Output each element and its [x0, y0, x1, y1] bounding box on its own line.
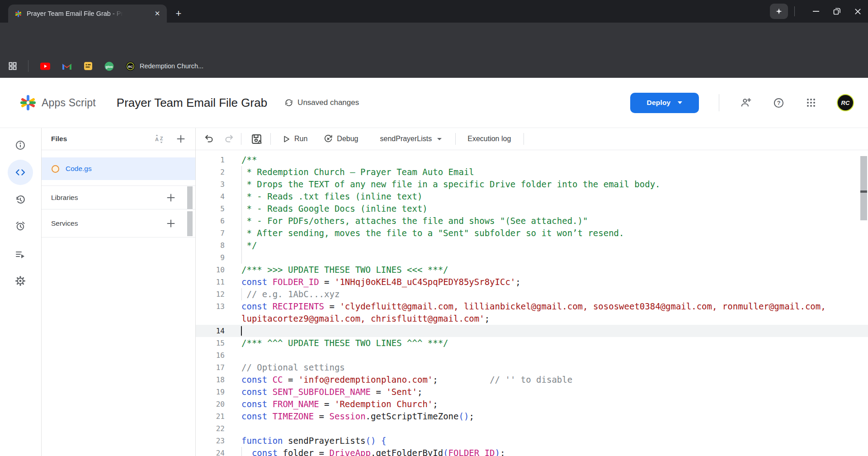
run-button[interactable]: Run: [283, 135, 307, 143]
code-line[interactable]: 17// Optional settings: [196, 361, 868, 374]
line-number[interactable]: 2: [196, 166, 225, 178]
tab-close-icon[interactable]: ✕: [152, 9, 162, 19]
libraries-section[interactable]: Libraries: [42, 185, 195, 209]
code-line[interactable]: 7 * After sending, moves the file to a "…: [196, 227, 868, 239]
code-line[interactable]: 15/*** ^^^ UPDATE THESE TWO LINES ^^^ **…: [196, 337, 868, 349]
browser-tab[interactable]: Prayer Team Email File Grab - Pr ✕: [8, 5, 167, 23]
minimize-button[interactable]: [806, 0, 826, 23]
sparkle-button[interactable]: [770, 4, 788, 19]
editor-toolbar: Run Debug sendPrayerLists Execution log: [196, 128, 868, 150]
add-service-icon[interactable]: [166, 219, 175, 228]
line-number[interactable]: 9: [196, 252, 225, 264]
code-line[interactable]: 19const SENT_SUBFOLDER_NAME = 'Sent';: [196, 386, 868, 398]
editor-scrollbar-marker: [860, 190, 867, 193]
bookmark-notes[interactable]: [84, 62, 93, 71]
services-section[interactable]: Services: [42, 209, 195, 238]
code-token: /**: [241, 155, 257, 165]
apps-script-logo-icon[interactable]: [19, 94, 37, 112]
function-selector[interactable]: sendPrayerLists: [380, 135, 442, 143]
line-number[interactable]: 24: [196, 447, 225, 456]
code-editor-icon[interactable]: [15, 167, 26, 178]
code-line[interactable]: 6 * - For PDFs/others, attaches the file…: [196, 215, 868, 227]
code-line[interactable]: 4 * - Reads .txt files (inline text): [196, 190, 868, 203]
code-line[interactable]: 23function sendPrayerLists() {: [196, 435, 868, 447]
help-icon[interactable]: ?: [773, 97, 784, 109]
undo-icon[interactable]: [204, 133, 215, 144]
code-line[interactable]: 9: [196, 252, 868, 264]
triggers-icon[interactable]: [15, 221, 26, 232]
code-line[interactable]: 22: [196, 423, 868, 435]
file-item-codegs[interactable]: Code.gs: [42, 157, 195, 180]
sort-az-icon[interactable]: A Z: [154, 134, 165, 144]
line-number[interactable]: 11: [196, 276, 225, 288]
code-line[interactable]: 8 */: [196, 239, 868, 252]
line-number[interactable]: 4: [196, 190, 225, 203]
editor-scrollbar[interactable]: [860, 156, 867, 220]
line-number[interactable]: 12: [196, 288, 225, 300]
libraries-scrollbar[interactable]: [187, 186, 193, 209]
deploy-button[interactable]: Deploy: [630, 93, 699, 113]
code-lines: 1/**2 * Redemption Church — Prayer Team …: [196, 150, 868, 456]
code-line[interactable]: 5 * - Reads Google Docs (inline text): [196, 203, 868, 215]
product-name[interactable]: Apps Script: [42, 97, 96, 109]
project-history-icon[interactable]: [15, 195, 26, 205]
bookmark-redemption-church[interactable]: RC Redemption Church...: [126, 62, 203, 71]
overview-info-icon[interactable]: [15, 140, 26, 151]
line-number[interactable]: 16: [196, 349, 225, 361]
bookmark-gloo[interactable]: gloo: [104, 62, 114, 71]
add-file-icon[interactable]: [176, 134, 185, 143]
new-tab-button[interactable]: +: [173, 8, 184, 19]
account-avatar[interactable]: RC: [837, 94, 854, 111]
code-line[interactable]: 24 const folder = DriveApp.getFolderById…: [196, 447, 868, 456]
line-number[interactable]: 10: [196, 264, 225, 276]
line-number[interactable]: 5: [196, 203, 225, 215]
code-line[interactable]: 3 * Drops the TEXT of any new file in a …: [196, 178, 868, 190]
code-line[interactable]: 2 * Redemption Church — Prayer Team Auto…: [196, 166, 868, 178]
line-number[interactable]: 14: [196, 325, 225, 337]
code-line[interactable]: 11const FOLDER_ID = '1NHqj0oKEL4B_uC4Spq…: [196, 276, 868, 288]
line-number[interactable]: 20: [196, 398, 225, 410]
executions-icon[interactable]: [15, 249, 26, 260]
line-number[interactable]: 22: [196, 423, 225, 435]
services-scrollbar[interactable]: [187, 211, 193, 236]
line-number[interactable]: 17: [196, 361, 225, 374]
code-token: =: [319, 277, 335, 287]
code-line[interactable]: 16: [196, 349, 868, 361]
code-line[interactable]: 18const CC = 'info@redemptionplano.com';…: [196, 374, 868, 386]
line-number[interactable]: 23: [196, 435, 225, 447]
share-add-person-icon[interactable]: [740, 97, 752, 109]
line-number[interactable]: 21: [196, 410, 225, 423]
debug-label: Debug: [337, 135, 358, 143]
code-line[interactable]: 21const TIMEZONE = Session.getScriptTime…: [196, 410, 868, 423]
execution-log-button[interactable]: Execution log: [467, 135, 511, 143]
code-line[interactable]: 12 // e.g. 1AbC...xyz: [196, 288, 868, 300]
debug-button[interactable]: Debug: [324, 134, 358, 143]
line-number[interactable]: 1: [196, 154, 225, 166]
project-title[interactable]: Prayer Team Email File Grab: [117, 96, 267, 110]
add-library-icon[interactable]: [166, 193, 175, 202]
line-number[interactable]: 18: [196, 374, 225, 386]
settings-icon[interactable]: [15, 276, 26, 286]
line-number[interactable]: 15: [196, 337, 225, 349]
code-line[interactable]: 14: [196, 325, 868, 337]
bookmark-apps-icon[interactable]: [8, 62, 17, 71]
bookmark-gmail[interactable]: [62, 62, 72, 70]
code-line[interactable]: 1/**: [196, 154, 868, 166]
line-number[interactable]: 8: [196, 239, 225, 252]
close-window-button[interactable]: [847, 0, 868, 23]
restore-button[interactable]: [826, 0, 847, 23]
line-number[interactable]: 6: [196, 215, 225, 227]
libraries-label: Libraries: [51, 194, 78, 202]
code-line[interactable]: 20const FROM_NAME = 'Redemption Church';: [196, 398, 868, 410]
redo-icon[interactable]: [223, 133, 234, 144]
line-number[interactable]: 13: [196, 300, 225, 313]
line-number[interactable]: 7: [196, 227, 225, 239]
line-number[interactable]: 3: [196, 178, 225, 190]
save-project-icon[interactable]: [250, 133, 263, 145]
code-line[interactable]: 10/*** >>> UPDATE THESE TWO LINES <<< **…: [196, 264, 868, 276]
bookmark-youtube[interactable]: [40, 62, 50, 70]
line-number[interactable]: 19: [196, 386, 225, 398]
google-apps-grid-icon[interactable]: [805, 97, 817, 109]
code-line[interactable]: 13const RECIPIENTS = 'clydefluitt@gmail.…: [196, 300, 868, 313]
code-line[interactable]: lupitacortez9@gmail.com, chrisfluitt@gma…: [196, 313, 868, 325]
